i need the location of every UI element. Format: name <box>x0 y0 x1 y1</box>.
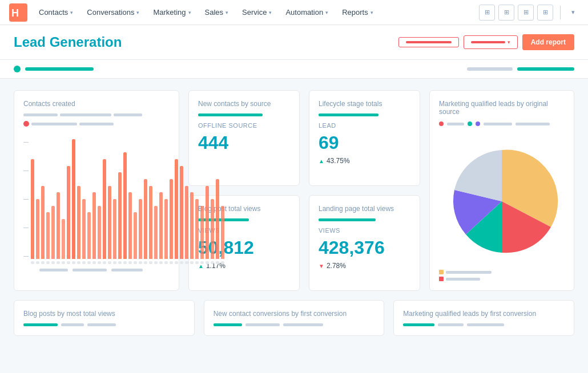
chart-label-36 <box>216 261 219 264</box>
nav-divider <box>560 6 561 19</box>
bar-chart-bar-7 <box>67 166 70 259</box>
new-contacts-bar <box>198 113 290 116</box>
chart-label-35 <box>211 261 214 264</box>
bar-chart-bar-33 <box>200 206 204 259</box>
chart-labels <box>31 261 224 264</box>
bottom-card-2: New contact conversions by first convers… <box>204 300 385 336</box>
nav-icon-btn-2[interactable]: ⊞ <box>498 5 514 21</box>
mql-original-source-card: Marketing qualified leads by original so… <box>429 90 574 291</box>
bar-chart-bar-6 <box>62 219 65 259</box>
bar-chart-bar-9 <box>77 186 80 259</box>
chart-label-33 <box>200 261 204 264</box>
nav-icon-btn-1[interactable]: ⊞ <box>479 5 495 21</box>
lifecycle-title: Lifecycle stage totals <box>319 100 410 108</box>
new-contacts-title: New contacts by source <box>198 100 290 108</box>
nav-reports[interactable]: Reports ▾ <box>335 0 380 25</box>
nav-sales[interactable]: Sales ▾ <box>198 0 236 25</box>
pie-legend-lines <box>439 270 565 281</box>
bar-chart-container: — — — — — <box>23 133 170 264</box>
chart-label-24 <box>154 261 158 264</box>
filter-pill-1 <box>467 67 513 71</box>
conversations-chevron: ▾ <box>136 10 139 15</box>
header-actions: ▾ Add report <box>398 34 574 50</box>
main-content: Contacts created — — — — <box>0 79 588 347</box>
chart-label-16 <box>113 261 116 264</box>
pie-legend-item-1 <box>439 270 565 274</box>
lifecycle-change: ▲ 43.75% <box>319 157 410 165</box>
chart-label-28 <box>175 261 178 264</box>
bar-chart-bar-20 <box>134 212 137 259</box>
chart-label-0 <box>31 261 34 264</box>
chart-label-32 <box>195 261 199 264</box>
filter-dot-red <box>23 121 29 127</box>
main-navigation: H Contacts ▾ Conversations ▾ Marketing ▾… <box>0 0 588 25</box>
new-contacts-subtitle: OFFLINE SOURCE <box>198 122 290 129</box>
chart-label-3 <box>46 261 50 264</box>
bar-chart-bar-11 <box>87 212 91 259</box>
chart-label-18 <box>123 261 127 264</box>
chart-label-9 <box>77 261 80 264</box>
hubspot-logo[interactable]: H <box>9 3 27 22</box>
page-header: Lead Generation ▾ Add report <box>0 25 588 60</box>
bar-chart-bar-27 <box>170 179 173 259</box>
chart-label-37 <box>221 261 224 264</box>
chart-label-13 <box>98 261 101 264</box>
filter-bar <box>0 60 588 79</box>
bar-chart-bar-29 <box>180 166 183 259</box>
bottom-card-3: Marketing qualified leads by first conve… <box>393 300 574 336</box>
lifecycle-bar <box>319 113 410 116</box>
bar-chart-bar-3 <box>46 212 50 259</box>
chart-label-17 <box>118 261 122 264</box>
bar-chart-bar-36 <box>216 179 219 259</box>
marketing-chevron: ▾ <box>188 10 191 15</box>
add-report-button[interactable]: Add report <box>522 34 574 50</box>
bar-chart-inner <box>31 133 224 264</box>
bottom-card-1-title: Blog posts by most total views <box>23 310 185 318</box>
landing-views-subtitle: VIEWS <box>319 227 410 234</box>
bar-chart-bar-15 <box>108 186 111 259</box>
nav-icon-btn-3[interactable]: ⊞ <box>518 5 534 21</box>
chart-label-31 <box>190 261 194 264</box>
bottom-card-2-title: New contact conversions by first convers… <box>214 310 375 318</box>
bar-chart-bar-5 <box>57 192 60 259</box>
bar-chart-bar-10 <box>82 199 86 259</box>
date-range-button[interactable] <box>398 37 459 47</box>
chart-label-6 <box>62 261 65 264</box>
contacts-created-legend <box>23 113 170 116</box>
lifecycle-stage-card: Lifecycle stage totals LEAD 69 ▲ 43.75% <box>309 90 420 186</box>
pie-chart-wrap <box>439 133 565 270</box>
reports-chevron: ▾ <box>370 10 373 15</box>
legend-bar-2 <box>60 113 111 116</box>
nav-icon-btn-4[interactable]: ⊞ <box>537 5 553 21</box>
nav-marketing[interactable]: Marketing ▾ <box>146 0 198 25</box>
bar-chart-bar-34 <box>206 186 209 259</box>
pie-chart <box>439 139 565 264</box>
nav-profile[interactable]: ▾ <box>567 7 579 18</box>
chart-label-26 <box>164 261 168 264</box>
bar-chart-bar-28 <box>175 159 178 259</box>
bar-chart-bar-18 <box>123 152 127 259</box>
filter-pill-2 <box>517 67 574 71</box>
chart-label-19 <box>128 261 132 264</box>
filter-right <box>467 67 574 71</box>
bar-chart-bar-13 <box>98 206 101 259</box>
bar-chart-bar-30 <box>185 186 188 259</box>
chart-label-15 <box>108 261 111 264</box>
landing-views-bar <box>319 218 410 221</box>
filter-label <box>31 123 77 125</box>
nav-conversations[interactable]: Conversations ▾ <box>80 0 146 25</box>
nav-automation[interactable]: Automation ▾ <box>279 0 335 25</box>
chart-label-25 <box>159 261 163 264</box>
compare-button[interactable]: ▾ <box>464 35 518 49</box>
svg-text:H: H <box>11 7 19 19</box>
nav-contacts[interactable]: Contacts ▾ <box>32 0 80 25</box>
mql-title: Marketing qualified leads by original so… <box>439 100 565 116</box>
chart-label-27 <box>170 261 173 264</box>
contacts-created-card: Contacts created — — — — <box>14 90 179 291</box>
chart-label-10 <box>82 261 86 264</box>
chart-y-labels: — — — — — <box>23 133 31 259</box>
filter-date-range <box>25 67 94 71</box>
service-chevron: ▾ <box>269 10 272 15</box>
nav-service[interactable]: Service ▾ <box>235 0 279 25</box>
chart-label-23 <box>149 261 152 264</box>
